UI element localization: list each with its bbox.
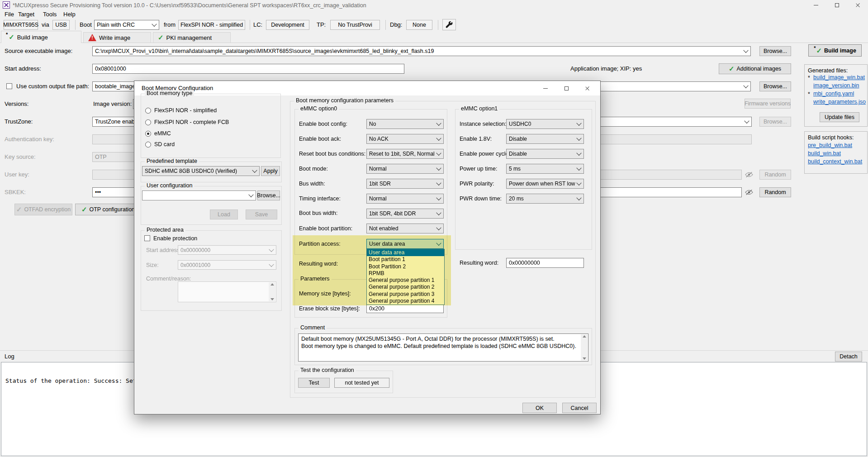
close-icon xyxy=(855,3,860,8)
partition-access-select[interactable]: User data area xyxy=(366,239,444,249)
reset-boot-bus-select[interactable]: Reset to 1bit, SDR, Normal xyxy=(366,149,444,159)
resulting-word-input[interactable]: 0x00000000 xyxy=(506,258,584,268)
source-image-input[interactable]: C:\nxp\MCUX_Provi_v10\bin\_internal\data… xyxy=(92,46,751,56)
radio-flexspi-simplified-label[interactable]: FlexSPI NOR - simplified xyxy=(154,107,217,114)
trustzone-browse-button[interactable]: Browse... xyxy=(759,117,791,127)
link-build-image-win-bat[interactable]: build_image_win.bat xyxy=(813,74,866,81)
eye-hidden-icon[interactable] xyxy=(745,171,753,178)
option0-row-label: Enable boot ack: xyxy=(299,135,341,143)
dbg-button[interactable]: None xyxy=(406,20,432,30)
comment-textarea[interactable]: Default boot memory (MX25UM51345G - Port… xyxy=(298,333,588,362)
interface-button[interactable]: USB xyxy=(52,20,70,30)
settings-wrench-button[interactable] xyxy=(442,19,456,30)
boot-bus-width-select[interactable]: 1bit SDR, 4bit DDR xyxy=(366,209,444,219)
timing-interface-select[interactable]: Normal xyxy=(366,194,444,204)
enable-boot-ack-select[interactable]: No ACK xyxy=(366,134,444,144)
otfad-encryption-button[interactable]: ✓ OTFAD encryption xyxy=(14,204,72,215)
link-build-context-win-bat[interactable]: build_context_win.bat xyxy=(808,158,864,165)
detach-button[interactable]: Detach xyxy=(835,352,862,362)
sbkek-random-button[interactable]: Random xyxy=(759,187,791,197)
build-image-button[interactable]: * ✓ Build image xyxy=(808,44,862,57)
enable-protection-checkbox[interactable] xyxy=(144,235,150,241)
radio-emmc[interactable] xyxy=(145,131,151,137)
source-browse-button[interactable]: Browse... xyxy=(759,46,791,56)
power-up-time-select[interactable]: 5 ms xyxy=(506,164,584,174)
radio-sd-card[interactable] xyxy=(145,142,151,148)
tab-build-image[interactable]: * ✓ Build image xyxy=(1,31,81,43)
boot-mode-select[interactable]: Normal xyxy=(366,164,444,174)
close-button[interactable] xyxy=(847,0,868,10)
menu-help[interactable]: Help xyxy=(63,11,76,18)
parameters-label: Parameters xyxy=(299,276,332,282)
dropdown-item[interactable]: General purpose partition 4 xyxy=(367,298,444,305)
predefined-template-select[interactable]: SDHC eMMC 8GB USDHC0 (Verified) xyxy=(142,166,260,176)
maximize-button[interactable] xyxy=(826,0,847,10)
pwr-polarity-select[interactable]: Power down when RST low xyxy=(506,179,584,189)
radio-emmc-label[interactable]: eMMC xyxy=(154,130,171,137)
erase-block-size-input[interactable]: 0x200 xyxy=(366,304,444,313)
eye-hidden-icon[interactable] xyxy=(745,189,753,195)
processor-button[interactable]: MIMXRT595S xyxy=(4,20,38,30)
custom-output-browse-button[interactable]: Browse... xyxy=(759,81,791,91)
dropdown-item[interactable]: Boot Partition 2 xyxy=(367,263,444,270)
tab-write-image[interactable]: ! Write image xyxy=(83,32,151,43)
instance-selection-select[interactable]: USDHC0 xyxy=(506,119,584,129)
dialog-minimize-button[interactable] xyxy=(535,82,556,95)
user-key-random-button[interactable]: Random xyxy=(759,170,791,180)
custom-output-checkbox[interactable] xyxy=(6,83,12,89)
dropdown-item[interactable]: Boot partition 1 xyxy=(367,256,444,263)
radio-sd-card-label[interactable]: SD card xyxy=(154,141,175,148)
ok-button[interactable]: OK xyxy=(522,403,557,413)
option0-row-label: Enable boot partition: xyxy=(299,225,352,232)
link-write-parameters-json[interactable]: write_parameters.json xyxy=(813,99,866,105)
lc-label: LC: xyxy=(253,21,262,29)
enable-power-cycle-select[interactable]: Disable xyxy=(506,149,584,159)
update-files-button[interactable]: Update files xyxy=(820,112,859,122)
link-pre-build-win-bat[interactable]: pre_build_win.bat xyxy=(808,142,864,148)
dropdown-item[interactable]: General purpose partition 3 xyxy=(367,291,444,298)
minimize-icon xyxy=(814,5,818,5)
radio-flexspi-complete-fcb[interactable] xyxy=(145,119,151,125)
link-image-version-bin[interactable]: image_version.bin xyxy=(813,82,866,89)
firmware-versions-button[interactable]: Firmware versions xyxy=(745,99,791,109)
otp-config-label: OTP configuration xyxy=(90,206,135,213)
link-build-win-bat[interactable]: build_win.bat xyxy=(808,150,864,157)
dialog-close-button[interactable] xyxy=(577,82,598,95)
dropdown-item[interactable]: General purpose partition 1 xyxy=(367,277,444,284)
dialog-maximize-button[interactable] xyxy=(556,82,577,95)
dropdown-item[interactable]: General purpose partition 2 xyxy=(367,284,444,290)
start-address-input[interactable]: 0x08001000 xyxy=(92,64,404,74)
menu-tools[interactable]: Tools xyxy=(43,11,57,18)
enable-protection-label[interactable]: Enable protection xyxy=(153,235,197,242)
user-config-browse-button[interactable]: Browse... xyxy=(257,190,280,200)
dropdown-item[interactable]: RPMB xyxy=(367,270,444,277)
user-configuration-select[interactable] xyxy=(142,190,256,200)
enable-boot-partition-select[interactable]: Not enabled xyxy=(366,224,444,233)
boot-type-select[interactable]: Plain with CRC xyxy=(94,20,159,30)
bus-width-select[interactable]: 1bit SDR xyxy=(366,179,444,189)
test-button[interactable]: Test xyxy=(298,378,330,388)
pwr-down-time-select[interactable]: 20 ms xyxy=(506,194,584,204)
save-button[interactable]: Save xyxy=(246,209,277,219)
spinner[interactable] xyxy=(269,282,275,301)
source-image-value: C:\nxp\MCUX_Provi_v10\bin\_internal\data… xyxy=(95,48,434,54)
additional-images-button[interactable]: ✓ Additional images xyxy=(719,63,791,74)
apply-button[interactable]: Apply xyxy=(261,166,280,176)
radio-flexspi-simplified[interactable] xyxy=(145,108,151,114)
load-button[interactable]: Load xyxy=(210,209,238,219)
otp-configuration-button[interactable]: ✓ OTP configuration xyxy=(75,204,141,215)
scrollbar[interactable] xyxy=(581,334,588,361)
minimize-button[interactable] xyxy=(806,0,826,10)
radio-flexspi-complete-fcb-label[interactable]: FlexSPI NOR - complete FCB xyxy=(154,119,229,126)
tp-button[interactable]: No TrustProvi xyxy=(330,20,380,30)
cancel-button[interactable]: Cancel xyxy=(562,403,597,413)
enable-boot-config-select[interactable]: No xyxy=(366,119,444,129)
boot-memory-button[interactable]: FlexSPI NOR - simplified xyxy=(178,20,245,30)
menu-target[interactable]: Target xyxy=(18,11,34,18)
tab-pki-management[interactable]: ✓ PKI management xyxy=(153,32,231,43)
enable-18v-select[interactable]: Disable xyxy=(506,134,584,144)
dropdown-item[interactable]: User data area xyxy=(367,249,444,256)
link-mbi-config-yaml[interactable]: mbi_config.yaml xyxy=(813,90,866,97)
lc-button[interactable]: Development xyxy=(266,20,309,30)
menu-file[interactable]: File xyxy=(5,11,14,18)
